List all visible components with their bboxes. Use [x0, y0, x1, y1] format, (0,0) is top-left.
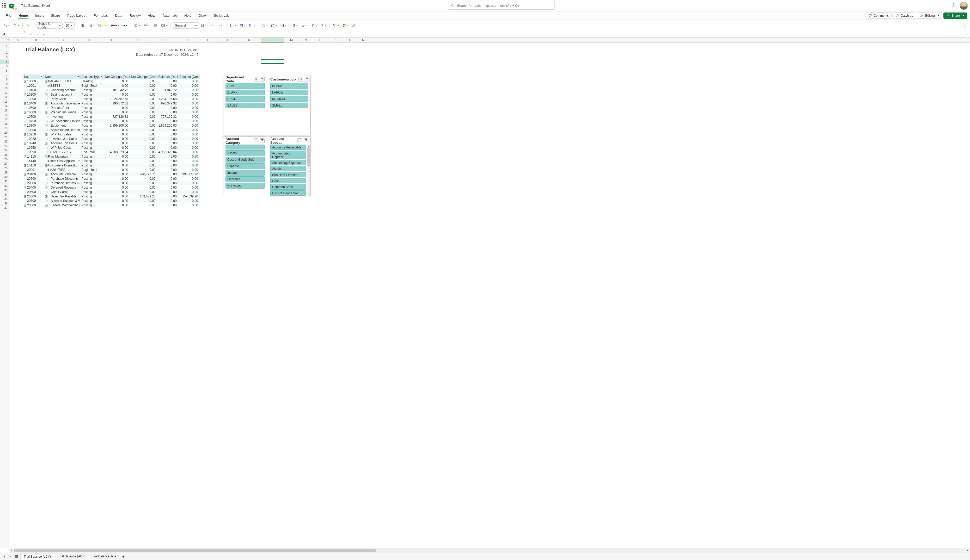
- search-placeholder: Search for tools, help, and more (Alt + …: [457, 3, 519, 8]
- ribbon-tab-share[interactable]: Share: [48, 12, 64, 19]
- svg-line-38: [323, 26, 323, 27]
- name-box[interactable]: L4: [0, 31, 27, 37]
- ribbon-tab-formulas[interactable]: Formulas: [90, 12, 111, 19]
- decrease-decimal-icon: .0: [219, 23, 222, 27]
- chevron-down-icon: [966, 33, 968, 36]
- expand-formula-bar-button[interactable]: [964, 31, 970, 37]
- ribbon-tab-file[interactable]: File: [3, 12, 14, 19]
- fill-color-button[interactable]: [97, 22, 109, 29]
- document-title[interactable]: Trial Balance Excel: [19, 3, 51, 8]
- more-font-button[interactable]: •••: [121, 22, 129, 29]
- ribbon-tab-page-layout[interactable]: Page Layout: [64, 12, 89, 19]
- format-cells-button[interactable]: [279, 22, 288, 29]
- ribbon-tab-review[interactable]: Review: [126, 12, 144, 19]
- enter-formula-button[interactable]: ✓: [34, 33, 41, 36]
- sensitivity-button[interactable]: [332, 22, 340, 29]
- formula-input[interactable]: [48, 31, 964, 37]
- svg-rect-28: [249, 24, 251, 25]
- format-table-button[interactable]: [238, 22, 247, 29]
- increase-decimal-button[interactable]: .0: [209, 22, 216, 29]
- font-name-combo[interactable]: Segoe UI (Body): [37, 22, 63, 28]
- bucket-icon: [98, 23, 102, 27]
- font-color-icon: A: [111, 23, 113, 27]
- svg-text:.0: .0: [219, 24, 221, 26]
- ribbon-tab-data[interactable]: Data: [112, 12, 125, 19]
- app-launcher-icon[interactable]: [2, 3, 7, 8]
- search-box[interactable]: Search for tools, help, and more (Alt + …: [448, 2, 555, 10]
- cell-styles-button[interactable]: [248, 22, 256, 29]
- align-left-button[interactable]: [133, 22, 141, 29]
- merge-button[interactable]: [160, 22, 168, 29]
- check-icon: ✓: [36, 33, 39, 36]
- cancel-formula-button[interactable]: ✕: [27, 33, 34, 36]
- share-button[interactable]: Share: [943, 13, 967, 19]
- conditional-format-button[interactable]: [229, 22, 237, 29]
- separator: [171, 23, 171, 28]
- comments-button[interactable]: Comments: [865, 13, 891, 19]
- undo-button[interactable]: [2, 22, 11, 29]
- sort-filter-button[interactable]: [310, 22, 318, 29]
- insert-function-button[interactable]: fx: [41, 32, 48, 36]
- font-size-combo[interactable]: 10: [64, 22, 75, 28]
- catch-up-button[interactable]: Catch up: [893, 13, 916, 19]
- svg-point-37: [321, 24, 323, 26]
- font-color-button[interactable]: A: [110, 22, 120, 29]
- title-bar: XPR Trial Balance Excel Search for tools…: [0, 0, 970, 12]
- catch-up-label: Catch up: [901, 14, 913, 17]
- svg-rect-43: [345, 25, 345, 27]
- font-name-value: Segoe UI (Body): [38, 22, 59, 29]
- x-icon: ✕: [30, 33, 32, 36]
- autosum-button[interactable]: Σ: [292, 22, 299, 29]
- separator: [22, 23, 23, 28]
- align-middle-button[interactable]: [142, 22, 151, 29]
- ribbon-tab-insert[interactable]: Insert: [32, 12, 47, 19]
- clipboard-icon: [13, 23, 17, 28]
- ribbon-tabs: FileHomeInsertSharePage LayoutFormulasDa…: [0, 12, 970, 20]
- catchup-icon: [895, 14, 899, 17]
- sigma-icon: Σ: [293, 23, 296, 28]
- paste-button[interactable]: [12, 22, 20, 29]
- clear-button[interactable]: [300, 22, 309, 29]
- collapse-ribbon-button[interactable]: [962, 23, 968, 28]
- number-format-combo[interactable]: General: [173, 22, 199, 28]
- align-middle-icon: [143, 23, 147, 27]
- bold-button[interactable]: B: [79, 22, 86, 29]
- svg-point-0: [451, 5, 453, 6]
- accounting-format-button[interactable]: $€: [200, 22, 207, 29]
- separator: [77, 23, 77, 28]
- find-button[interactable]: [319, 22, 328, 29]
- ellipsis-icon: •••: [122, 24, 127, 27]
- comments-label: Comments: [873, 14, 889, 17]
- format-cells-icon: [280, 23, 284, 27]
- wrap-text-button[interactable]: [152, 22, 159, 29]
- settings-icon[interactable]: [951, 3, 956, 8]
- svg-rect-21: [231, 24, 233, 27]
- ribbon-tab-home[interactable]: Home: [15, 12, 31, 19]
- increase-decimal-icon: .0: [211, 23, 214, 27]
- share-label: Share: [952, 14, 960, 17]
- ribbon-tab-script-lab[interactable]: Script Lab: [211, 12, 232, 19]
- decrease-decimal-button[interactable]: .0: [217, 22, 224, 29]
- borders-button[interactable]: [87, 22, 96, 29]
- editing-mode-button[interactable]: Editing: [917, 13, 942, 19]
- user-avatar[interactable]: [960, 2, 968, 10]
- share-icon: [946, 14, 950, 17]
- ribbon-tab-help[interactable]: Help: [181, 12, 194, 19]
- cell-styles-icon: [249, 23, 253, 27]
- ideas-button[interactable]: [25, 22, 32, 29]
- delete-cells-button[interactable]: [270, 22, 278, 29]
- addins-button[interactable]: [341, 22, 350, 29]
- sort-filter-icon: [311, 23, 314, 27]
- copilot-button[interactable]: [351, 22, 358, 29]
- separator: [130, 23, 131, 28]
- ribbon-tab-automate[interactable]: Automate: [159, 12, 181, 19]
- magnifier-icon: [320, 23, 324, 27]
- ribbon-tab-draw[interactable]: Draw: [196, 12, 209, 19]
- name-box-value: L4: [2, 33, 5, 36]
- insert-cells-icon: [261, 23, 265, 27]
- bold-label: B: [81, 23, 84, 28]
- ribbon-tab-view[interactable]: View: [145, 12, 159, 19]
- insert-cells-button[interactable]: [261, 22, 269, 29]
- svg-line-1: [453, 6, 454, 7]
- separator: [258, 23, 258, 28]
